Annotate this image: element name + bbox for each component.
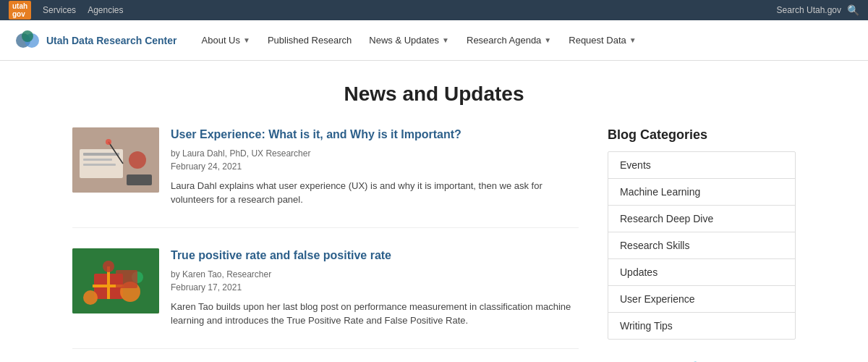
- svg-rect-5: [83, 153, 119, 156]
- search-label[interactable]: Search Utah.gov: [777, 5, 841, 15]
- category-research-skills[interactable]: Research Skills: [608, 232, 795, 259]
- article-title[interactable]: True positive rate and false positive ra…: [171, 248, 579, 264]
- category-list: Events Machine Learning Research Deep Di…: [608, 151, 796, 340]
- article-image-gifts: [72, 248, 159, 313]
- search-icon[interactable]: 🔍: [847, 4, 859, 16]
- chevron-down-icon: ▼: [442, 36, 449, 44]
- top-bar-left: utahgov Services Agencies: [9, 1, 124, 20]
- utah-gov-logo: utahgov: [9, 1, 31, 20]
- article-body: User Experience: What is it, and Why is …: [171, 127, 579, 207]
- category-events[interactable]: Events: [608, 152, 795, 179]
- svg-rect-9: [127, 174, 152, 185]
- svg-point-11: [106, 139, 111, 145]
- agencies-link[interactable]: Agencies: [88, 5, 123, 15]
- chevron-down-icon: ▼: [629, 36, 637, 44]
- article-meta: by Karen Tao, Researcher February 17, 20…: [171, 268, 579, 294]
- article-meta: by Laura Dahl, PhD, UX Researcher Februa…: [171, 147, 579, 173]
- content-layout: User Experience: What is it, and Why is …: [72, 127, 796, 362]
- article-date: February 17, 2021: [171, 282, 242, 292]
- header: Utah Data Research Center About Us ▼ Pub…: [0, 20, 868, 61]
- category-machine-learning[interactable]: Machine Learning: [608, 179, 795, 206]
- article-author: by Laura Dahl, PhD, UX Researcher: [171, 148, 310, 159]
- nav-news-updates[interactable]: News & Updates ▼: [362, 30, 456, 50]
- blog-categories-title: Blog Categories: [608, 127, 796, 143]
- article-card: True positive rate and false positive ra…: [72, 248, 579, 349]
- article-body: True positive rate and false positive ra…: [171, 248, 579, 328]
- main-content: News and Updates: [0, 61, 868, 362]
- chevron-down-icon: ▼: [243, 36, 250, 44]
- article-card: User Experience: What is it, and Why is …: [72, 127, 579, 228]
- article-excerpt: Karen Tao builds upon her last blog post…: [171, 300, 579, 328]
- top-bar: utahgov Services Agencies Search Utah.go…: [0, 0, 868, 20]
- nav-about-us[interactable]: About Us ▼: [195, 30, 258, 50]
- svg-rect-6: [83, 159, 112, 161]
- nav-research-agenda[interactable]: Research Agenda ▼: [459, 30, 558, 50]
- twitter-widget[interactable]: 🐦: [608, 357, 796, 362]
- nav-request-data[interactable]: Request Data ▼: [561, 30, 643, 50]
- svg-rect-20: [116, 270, 137, 288]
- chevron-down-icon: ▼: [544, 36, 551, 44]
- nav-published-research[interactable]: Published Research: [260, 30, 359, 50]
- svg-point-8: [129, 151, 146, 169]
- gifts-image-svg: [72, 248, 159, 313]
- category-research-deep-dive[interactable]: Research Deep Dive: [608, 206, 795, 232]
- ux-image-svg: [72, 127, 159, 193]
- page-title: News and Updates: [344, 83, 524, 106]
- site-logo[interactable]: Utah Data Research Center: [14, 28, 177, 54]
- article-image-ux: [72, 127, 159, 193]
- article-title[interactable]: User Experience: What is it, and Why is …: [171, 127, 579, 143]
- twitter-icon: 🐦: [687, 358, 716, 362]
- logo-icon: [14, 28, 41, 54]
- svg-point-2: [22, 30, 33, 42]
- category-updates[interactable]: Updates: [608, 259, 795, 286]
- category-writing-tips[interactable]: Writing Tips: [608, 313, 795, 339]
- category-user-experience[interactable]: User Experience: [608, 286, 795, 313]
- article-excerpt: Laura Dahl explains what user experience…: [171, 179, 579, 207]
- svg-rect-7: [83, 164, 116, 166]
- main-nav: About Us ▼ Published Research News & Upd…: [195, 30, 644, 50]
- svg-point-18: [83, 290, 98, 305]
- site-name: Utah Data Research Center: [46, 35, 177, 46]
- article-author: by Karen Tao, Researcher: [171, 269, 271, 279]
- sidebar: Blog Categories Events Machine Learning …: [608, 127, 796, 362]
- article-date: February 24, 2021: [171, 161, 242, 172]
- top-bar-right: Search Utah.gov 🔍: [777, 4, 859, 16]
- services-link[interactable]: Services: [43, 5, 76, 15]
- svg-point-16: [103, 261, 114, 272]
- articles-list: User Experience: What is it, and Why is …: [72, 127, 579, 362]
